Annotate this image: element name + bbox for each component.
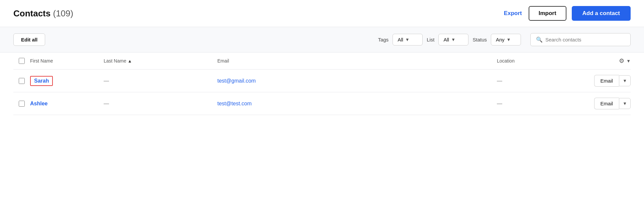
contacts-table: First Name Last Name ▲ Email Location ⚙ … xyxy=(0,53,644,115)
status-value: Any xyxy=(496,37,505,42)
gear-icon[interactable]: ⚙ xyxy=(619,57,624,65)
table-header-row: First Name Last Name ▲ Email Location ⚙ … xyxy=(13,53,631,70)
contact-first-name-link[interactable]: Ashlee xyxy=(30,101,47,106)
import-button[interactable]: Import xyxy=(529,6,566,21)
status-dropdown[interactable]: Any ▼ xyxy=(491,34,521,45)
row-location: — xyxy=(497,101,577,107)
col-header-first-name: First Name xyxy=(30,58,104,64)
list-dropdown[interactable]: All ▼ xyxy=(438,34,468,45)
row-last-name: — xyxy=(104,78,217,84)
title-text: Contacts xyxy=(13,8,50,18)
row-action-main-button[interactable]: Email xyxy=(594,98,619,109)
status-label: Status xyxy=(472,37,487,42)
table-row: Sarah — test@gmail.com — Email ▼ xyxy=(13,70,631,92)
header-actions: Export Import Add a contact xyxy=(503,6,631,21)
tags-label: Tags xyxy=(378,37,389,42)
search-box[interactable]: 🔍 xyxy=(530,33,631,46)
row-action-main-button[interactable]: Email xyxy=(594,75,619,87)
tags-value: All xyxy=(398,37,403,42)
filters-area: Tags All ▼ List All ▼ Status Any ▼ 🔍 xyxy=(378,33,631,46)
row-checkbox[interactable] xyxy=(19,78,25,84)
page-title: Contacts (109) xyxy=(13,8,73,19)
tags-dropdown[interactable]: All ▼ xyxy=(393,34,423,45)
contact-count: (109) xyxy=(53,8,73,18)
list-value: All xyxy=(443,37,449,42)
status-chevron-icon: ▼ xyxy=(507,37,511,42)
col-header-settings: ⚙ ▼ xyxy=(577,57,631,65)
last-name-label: Last Name xyxy=(104,58,126,64)
tags-chevron-icon: ▼ xyxy=(405,37,410,42)
row-last-name: — xyxy=(104,101,217,107)
row-action-chevron-icon: ▼ xyxy=(623,78,627,83)
row-email: test@test.com xyxy=(217,101,497,107)
col-header-email: Email xyxy=(217,58,497,64)
row-first-name: Sarah xyxy=(30,76,104,86)
add-contact-button[interactable]: Add a contact xyxy=(572,6,631,21)
list-label: List xyxy=(427,37,434,42)
export-button[interactable]: Export xyxy=(503,7,523,19)
row-checkbox[interactable] xyxy=(19,101,25,107)
list-chevron-icon: ▼ xyxy=(451,37,455,42)
page-header: Contacts (109) Export Import Add a conta… xyxy=(0,0,644,27)
header-checkbox-cell xyxy=(13,58,30,64)
row-actions: Email ▼ xyxy=(577,75,631,87)
edit-all-button[interactable]: Edit all xyxy=(13,33,45,46)
col-header-last-name: Last Name ▲ xyxy=(104,58,217,64)
columns-chevron-icon[interactable]: ▼ xyxy=(626,59,631,64)
row-action-dropdown-button[interactable]: ▼ xyxy=(619,75,631,86)
contact-first-name-link[interactable]: Sarah xyxy=(30,76,53,86)
row-action-chevron-icon: ▼ xyxy=(623,101,627,106)
select-all-checkbox[interactable] xyxy=(19,58,25,64)
row-first-name: Ashlee xyxy=(30,101,104,107)
row-action-dropdown-button[interactable]: ▼ xyxy=(619,98,631,109)
row-email: test@gmail.com xyxy=(217,78,497,84)
row-checkbox-cell xyxy=(13,78,30,84)
sort-ascending-icon[interactable]: ▲ xyxy=(128,59,132,64)
search-icon: 🔍 xyxy=(536,36,543,43)
search-input[interactable] xyxy=(545,37,625,42)
row-actions: Email ▼ xyxy=(577,98,631,109)
col-header-location: Location xyxy=(497,58,577,64)
row-checkbox-cell xyxy=(13,101,30,107)
contact-email-link[interactable]: test@gmail.com xyxy=(217,78,256,84)
contact-email-link[interactable]: test@test.com xyxy=(217,101,252,106)
toolbar: Edit all Tags All ▼ List All ▼ Status An… xyxy=(0,27,644,53)
table-row: Ashlee — test@test.com — Email ▼ xyxy=(13,92,631,115)
row-location: — xyxy=(497,78,577,84)
